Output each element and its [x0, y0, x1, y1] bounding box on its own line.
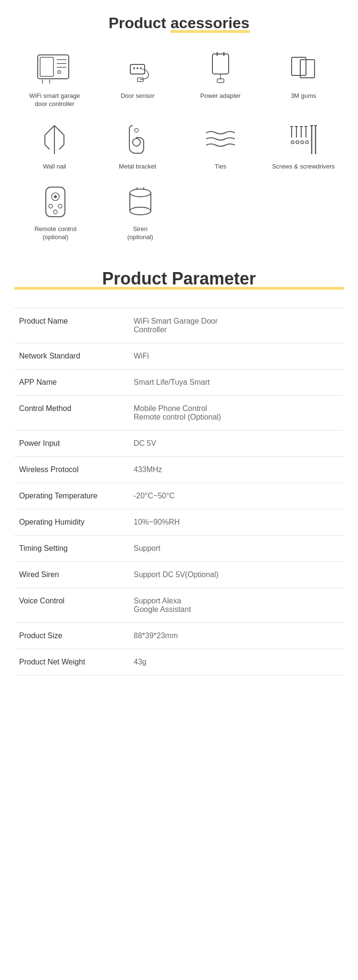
param-row: APP NameSmart Life/Tuya Smart	[14, 369, 344, 396]
siren-icon	[119, 183, 162, 221]
param-label: Timing Setting	[14, 536, 129, 562]
accessories-row3: Remote control(optional) Siren(optional)	[10, 179, 348, 245]
param-label: Operating Humidity	[14, 509, 129, 536]
parameter-title-underline: Parameter	[172, 269, 256, 288]
param-label: Wired Siren	[14, 562, 129, 588]
accessories-title: Product acessories	[10, 14, 348, 32]
remote-control-icon	[34, 183, 77, 221]
param-value: -20°C~50°C	[129, 483, 344, 509]
screws-screwdrivers-label: Screws & screwdrivers	[272, 163, 335, 171]
svg-point-48	[49, 204, 53, 208]
svg-line-26	[59, 145, 64, 149]
accessory-power-adapter: Power adapter	[180, 46, 261, 112]
param-label: Control Method	[14, 396, 129, 431]
param-value: Mobile Phone ControlRemote control (Opti…	[129, 396, 344, 431]
accessories-row1: WiFi smart garagedoor controller Door se…	[10, 46, 348, 112]
ties-icon	[199, 121, 242, 159]
param-value: Smart Life/Tuya Smart	[129, 369, 344, 396]
svg-point-11	[137, 67, 138, 69]
param-row: Network StandardWiFi	[14, 343, 344, 369]
accessory-door-sensor: Door sensor	[97, 46, 178, 112]
accessory-remote-control: Remote control(optional)	[14, 179, 97, 245]
metal-bracket-icon	[116, 121, 159, 159]
param-value: 88*39*23mm	[129, 623, 344, 649]
parameter-title: Product Parameter	[14, 269, 344, 289]
svg-point-40	[305, 141, 308, 144]
accessories-row2: Wall nail Metal bracket	[10, 117, 348, 175]
param-row: Timing SettingSupport	[14, 536, 344, 562]
metal-bracket-label: Metal bracket	[119, 163, 156, 171]
svg-rect-13	[212, 54, 229, 74]
3m-gums-label: 3M gums	[291, 92, 316, 100]
param-row: Control MethodMobile Phone ControlRemote…	[14, 396, 344, 431]
parameter-table: Product NameWiFi Smart Garage DoorContro…	[14, 308, 344, 675]
param-label: Product Name	[14, 308, 129, 343]
param-value: Support AlexaGoogle Assistant	[129, 588, 344, 623]
accessory-wifi-controller: WiFi smart garagedoor controller	[14, 46, 95, 112]
wifi-controller-label: WiFi smart garagedoor controller	[29, 92, 80, 108]
ties-label: Ties	[215, 163, 226, 171]
param-row: Power InputDC 5V	[14, 431, 344, 457]
param-label: Voice Control	[14, 588, 129, 623]
siren-label: Siren(optional)	[127, 225, 153, 242]
svg-line-25	[45, 145, 50, 149]
accessory-3m-gums: 3M gums	[263, 46, 344, 112]
accessory-ties: Ties	[180, 117, 261, 175]
remote-control-label: Remote control(optional)	[34, 225, 76, 242]
param-row: Operating Temperature-20°C~50°C	[14, 483, 344, 509]
param-label: Power Input	[14, 431, 129, 457]
svg-point-39	[301, 141, 304, 144]
param-value: WiFi Smart Garage DoorController	[129, 308, 344, 343]
svg-point-49	[58, 204, 62, 208]
accessories-section: Product acessories WiFi smart garagedoor…	[0, 0, 358, 254]
param-value: Support	[129, 536, 344, 562]
power-adapter-label: Power adapter	[200, 92, 241, 100]
param-row: Product Size88*39*23mm	[14, 623, 344, 649]
param-row: Operating Humidity10%~90%RH	[14, 509, 344, 536]
param-label: Network Standard	[14, 343, 129, 369]
svg-point-38	[296, 141, 299, 144]
param-label: Product Size	[14, 623, 129, 649]
3m-gums-icon	[282, 50, 325, 88]
accessory-screws-screwdrivers: Screws & screwdrivers	[263, 117, 344, 175]
wifi-controller-icon	[33, 50, 76, 88]
param-label: Operating Temperature	[14, 483, 129, 509]
accessories-title-underline: acessories	[170, 14, 249, 32]
svg-point-12	[140, 67, 142, 69]
svg-point-50	[53, 210, 57, 214]
param-value: 10%~90%RH	[129, 509, 344, 536]
svg-point-51	[130, 189, 151, 197]
param-value: DC 5V	[129, 431, 344, 457]
door-sensor-icon	[116, 50, 159, 88]
param-value: Support DC 5V(Optional)	[129, 562, 344, 588]
accessory-metal-bracket: Metal bracket	[97, 117, 178, 175]
svg-point-10	[133, 67, 135, 69]
wall-nail-icon	[33, 121, 76, 159]
param-row: Product NameWiFi Smart Garage DoorContro…	[14, 308, 344, 343]
svg-point-27	[133, 138, 140, 146]
accessory-wall-nail: Wall nail	[14, 117, 95, 175]
param-label: APP Name	[14, 369, 129, 396]
svg-rect-45	[46, 187, 65, 217]
svg-point-54	[130, 207, 151, 215]
param-value: WiFi	[129, 343, 344, 369]
param-value: 433MHz	[129, 457, 344, 483]
svg-point-28	[135, 128, 138, 132]
svg-line-22	[54, 126, 64, 135]
svg-line-21	[45, 126, 54, 135]
param-label: Product Net Weight	[14, 649, 129, 675]
param-row: Product Net Weight43g	[14, 649, 344, 675]
wall-nail-label: Wall nail	[43, 163, 66, 171]
svg-point-47	[54, 195, 57, 198]
svg-point-5	[58, 71, 61, 74]
door-sensor-label: Door sensor	[121, 92, 155, 100]
svg-rect-1	[40, 57, 53, 76]
param-row: Voice ControlSupport AlexaGoogle Assista…	[14, 588, 344, 623]
svg-point-37	[291, 141, 294, 144]
param-label: Wireless Protocol	[14, 457, 129, 483]
param-value: 43g	[129, 649, 344, 675]
accessory-siren: Siren(optional)	[99, 179, 182, 245]
param-row: Wireless Protocol433MHz	[14, 457, 344, 483]
parameter-section: Product Parameter Product NameWiFi Smart…	[0, 254, 358, 695]
power-adapter-icon	[199, 50, 242, 88]
